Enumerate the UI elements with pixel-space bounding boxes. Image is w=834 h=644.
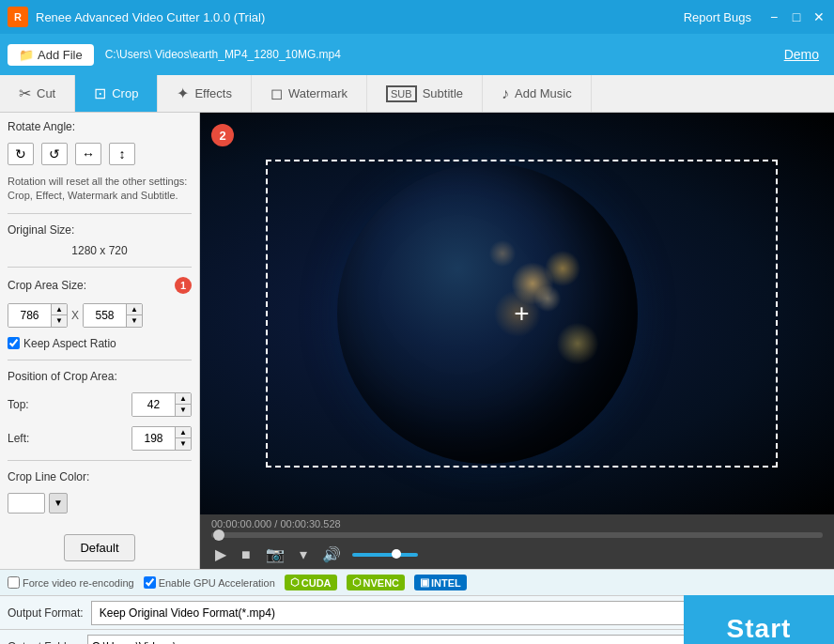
intel-badge: ▣ INTEL bbox=[414, 575, 467, 590]
crop-width-up[interactable]: ▲ bbox=[52, 304, 67, 315]
gpu-acceleration-checkbox[interactable] bbox=[144, 576, 156, 589]
add-file-icon: 📁 bbox=[19, 48, 34, 62]
watermark-icon: ◻ bbox=[270, 84, 283, 102]
video-container[interactable]: 2 + bbox=[200, 113, 834, 514]
intel-label: INTEL bbox=[431, 577, 461, 589]
left-up[interactable]: ▲ bbox=[176, 427, 191, 438]
add-file-label: Add File bbox=[38, 48, 83, 62]
toolbar: 📁 Add File C:\Users\ Videos\earth_MP4_12… bbox=[0, 34, 834, 75]
titlebar-left: R Renee Advanced Video Cutter 1.0.0 (Tri… bbox=[8, 7, 265, 27]
app-title: Renee Advanced Video Cutter 1.0.0 (Trial… bbox=[36, 10, 265, 24]
crop-height-down[interactable]: ▼ bbox=[127, 315, 142, 327]
tab-effects[interactable]: ✦ Effects bbox=[158, 75, 252, 112]
tab-watermark-label: Watermark bbox=[288, 86, 348, 100]
rotate-buttons: ↻ ↺ ↔ ↕ bbox=[8, 143, 192, 165]
position-label: Position of Crop Area: bbox=[8, 370, 192, 383]
keep-ratio-checkbox[interactable] bbox=[8, 337, 20, 349]
window-controls: − □ ✕ bbox=[766, 9, 826, 24]
gpu-acceleration-label: Enable GPU Acceleration bbox=[159, 577, 275, 589]
crop-rectangle[interactable]: + bbox=[266, 160, 778, 468]
snapshot-dropdown[interactable]: ▾ bbox=[296, 544, 311, 565]
rotate-cw-button[interactable]: ↻ bbox=[8, 143, 34, 165]
default-button[interactable]: Default bbox=[64, 534, 134, 561]
tab-crop[interactable]: ⊡ Crop bbox=[75, 75, 158, 112]
crop-width-input[interactable] bbox=[8, 304, 51, 327]
divider-2 bbox=[8, 267, 192, 268]
stop-button[interactable]: ■ bbox=[238, 544, 255, 565]
top-input[interactable] bbox=[132, 393, 175, 416]
start-section: Start bbox=[684, 595, 834, 644]
top-spinner: ▲ ▼ bbox=[131, 392, 192, 417]
encoding-bar: Force video re-encoding Enable GPU Accel… bbox=[0, 569, 834, 595]
left-input[interactable] bbox=[132, 427, 175, 450]
color-dropdown-button[interactable]: ▼ bbox=[49, 493, 68, 514]
tab-subtitle[interactable]: SUB Subtitle bbox=[367, 75, 483, 112]
titlebar: R Renee Advanced Video Cutter 1.0.0 (Tri… bbox=[0, 0, 834, 34]
rotate-ccw-button[interactable]: ↺ bbox=[41, 143, 68, 165]
main-content: Rotate Angle: ↻ ↺ ↔ ↕ Rotation will rese… bbox=[0, 113, 834, 569]
tab-subtitle-label: Subtitle bbox=[423, 86, 463, 100]
close-button[interactable]: ✕ bbox=[811, 9, 826, 24]
gpu-acceleration-checkbox-row: Enable GPU Acceleration bbox=[144, 576, 275, 589]
crop-height-arrows: ▲ ▼ bbox=[126, 304, 142, 327]
crop-icon: ⊡ bbox=[94, 84, 106, 102]
rotation-warning: Rotation will reset all the other settin… bbox=[8, 175, 192, 204]
color-preview[interactable] bbox=[8, 493, 45, 514]
flip-v-button[interactable]: ↕ bbox=[109, 143, 135, 165]
tab-watermark[interactable]: ◻ Watermark bbox=[252, 75, 367, 112]
minimize-button[interactable]: − bbox=[766, 9, 781, 24]
crop-height-up[interactable]: ▲ bbox=[127, 304, 142, 315]
crop-area-header: Crop Area Size: 1 bbox=[8, 277, 192, 294]
force-encoding-label: Force video re-encoding bbox=[23, 577, 134, 589]
output-format-select[interactable]: Keep Original Video Format(*.mp4) bbox=[91, 601, 721, 625]
effects-icon: ✦ bbox=[177, 84, 189, 102]
start-button[interactable]: Start bbox=[727, 614, 792, 644]
left-down[interactable]: ▼ bbox=[176, 438, 191, 450]
crop-height-input[interactable] bbox=[84, 304, 126, 327]
bottom-container: Force video re-encoding Enable GPU Accel… bbox=[0, 569, 834, 644]
force-encoding-checkbox[interactable] bbox=[8, 576, 20, 589]
crop-width-down[interactable]: ▼ bbox=[52, 315, 67, 327]
force-encoding-checkbox-row: Force video re-encoding bbox=[8, 576, 134, 589]
tab-add-music[interactable]: ♪ Add Music bbox=[483, 75, 592, 112]
maximize-button[interactable]: □ bbox=[789, 9, 804, 24]
app-logo: R bbox=[8, 7, 28, 27]
left-spinner: ▲ ▼ bbox=[131, 426, 192, 451]
tab-crop-label: Crop bbox=[112, 86, 138, 100]
left-label: Left: bbox=[8, 432, 29, 445]
cut-icon: ✂ bbox=[19, 84, 31, 102]
demo-label[interactable]: Demo bbox=[784, 47, 819, 62]
original-size-value: 1280 x 720 bbox=[8, 244, 192, 257]
tabbar: ✂ Cut ⊡ Crop ✦ Effects ◻ Watermark SUB S… bbox=[0, 75, 834, 113]
original-size-label: Original Size: bbox=[8, 223, 192, 237]
crop-badge: 1 bbox=[175, 277, 192, 294]
progress-handle[interactable] bbox=[213, 529, 224, 541]
left-row: Left: ▲ ▼ bbox=[8, 426, 192, 451]
top-up[interactable]: ▲ bbox=[176, 393, 191, 405]
left-panel: Rotate Angle: ↻ ↺ ↔ ↕ Rotation will rese… bbox=[0, 113, 200, 569]
crop-area-label: Crop Area Size: bbox=[8, 279, 86, 292]
output-format-label: Output Format: bbox=[8, 606, 84, 620]
output-folder-input[interactable] bbox=[87, 635, 766, 645]
color-row: ▼ bbox=[8, 493, 192, 514]
nvenc-icon: ⬡ bbox=[352, 576, 362, 589]
volume-slider[interactable] bbox=[352, 553, 418, 557]
crop-width-spinner: ▲ ▼ bbox=[8, 303, 68, 328]
snapshot-button[interactable]: 📷 bbox=[262, 544, 288, 565]
time-display: 00:00:00.000 / 00:00:30.528 bbox=[211, 518, 823, 529]
video-badge: 2 bbox=[211, 124, 234, 146]
tab-cut[interactable]: ✂ Cut bbox=[0, 75, 75, 112]
output-folder-label: Output Folder: bbox=[8, 640, 80, 645]
divider-4 bbox=[8, 460, 192, 461]
tab-cut-label: Cut bbox=[37, 86, 55, 100]
top-down[interactable]: ▼ bbox=[176, 405, 191, 416]
flip-h-button[interactable]: ↔ bbox=[75, 143, 101, 165]
progress-bar[interactable] bbox=[211, 532, 823, 538]
keep-ratio-label[interactable]: Keep Aspect Ratio bbox=[23, 337, 116, 350]
divider-3 bbox=[8, 360, 192, 360]
volume-icon: 🔊 bbox=[318, 544, 345, 565]
add-file-button[interactable]: 📁 Add File bbox=[8, 44, 94, 66]
file-path: C:\Users\ Videos\earth_MP4_1280_10MG.mp4 bbox=[105, 48, 780, 61]
play-button[interactable]: ▶ bbox=[211, 544, 230, 565]
volume-handle[interactable] bbox=[392, 549, 401, 559]
